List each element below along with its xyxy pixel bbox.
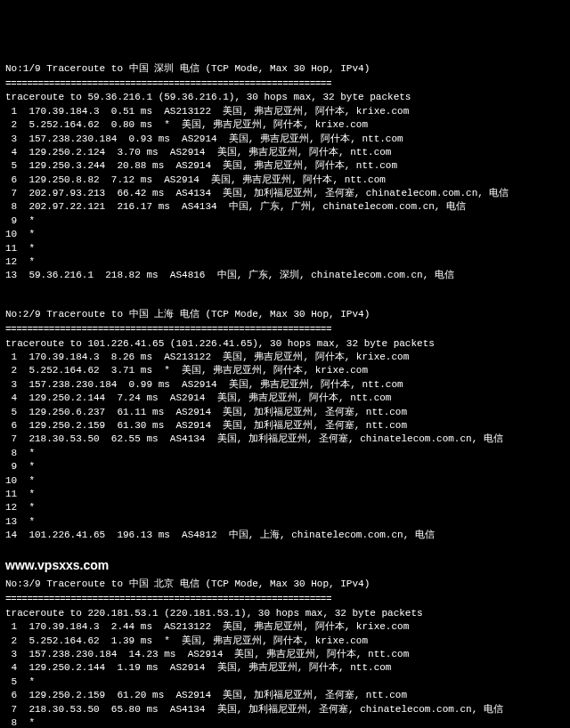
hop-row: 12 * [5,255,565,269]
traceroute-header: No:3/9 Traceroute to 中国 北京 电信 (TCP Mode,… [5,578,565,591]
hop-row: 1 170.39.184.3 8.26 ms AS213122 美国, 弗吉尼亚… [5,351,565,364]
hop-row: 1 170.39.184.3 2.44 ms AS213122 美国, 弗吉尼亚… [5,620,565,634]
hop-row: 10 * [5,474,565,488]
hop-row: 13 * [5,515,565,529]
hop-row: 10 * [5,228,565,241]
traceroute-header: No:1/9 Traceroute to 中国 深圳 电信 (TCP Mode,… [5,62,565,76]
hop-row: 8 202.97.22.121 216.17 ms AS4134 中国, 广东,… [5,200,565,214]
hop-row: 2 5.252.164.62 0.80 ms * 美国, 弗吉尼亚州, 阿什本,… [5,118,565,132]
divider-line: ========================================… [5,323,565,336]
hop-row: 14 101.226.41.65 196.13 ms AS4812 中国, 上海… [5,529,565,542]
hop-row: 8 * [5,716,565,728]
hop-row: 4 129.250.2.144 7.24 ms AS2914 美国, 弗吉尼亚州… [5,392,565,405]
hop-row: 6 129.250.2.159 61.30 ms AS2914 美国, 加利福尼… [5,419,565,433]
hop-row: 11 * [5,488,565,501]
divider-line: ========================================… [5,77,565,91]
hop-row: 9 * [5,214,565,228]
hop-row: 5 129.250.6.237 61.11 ms AS2914 美国, 加利福尼… [5,406,565,419]
traceroute-header: No:2/9 Traceroute to 中国 上海 电信 (TCP Mode,… [5,308,565,321]
hop-row: 6 129.250.2.159 61.20 ms AS2914 美国, 加利福尼… [5,689,565,702]
hop-row: 2 5.252.164.62 3.71 ms * 美国, 弗吉尼亚州, 阿什本,… [5,364,565,377]
hop-row: 3 157.238.230.184 14.23 ms AS2914 美国, 弗吉… [5,648,565,661]
hop-row: 5 129.250.3.244 20.88 ms AS2914 美国, 弗吉尼亚… [5,159,565,173]
hop-row: 7 218.30.53.50 62.55 ms AS4134 美国, 加利福尼亚… [5,433,565,446]
hop-row: 6 129.250.8.82 7.12 ms AS2914 美国, 弗吉尼亚州,… [5,174,565,187]
watermark-text: www.vpsxxs.com [5,557,565,575]
hop-row: 7 202.97.93.213 66.42 ms AS4134 美国, 加利福尼… [5,187,565,200]
section-gap [5,283,565,308]
hop-row: 1 170.39.184.3 0.51 ms AS213122 美国, 弗吉尼亚… [5,105,565,118]
hop-row: 13 59.36.216.1 218.82 ms AS4816 中国, 广东, … [5,269,565,282]
hop-row: 8 * [5,447,565,460]
divider-line: ========================================… [5,593,565,606]
hop-row: 3 157.238.230.184 0.93 ms AS2914 美国, 弗吉尼… [5,133,565,146]
traceroute-cmd: traceroute to 59.36.216.1 (59.36.216.1),… [5,91,565,104]
hop-row: 7 218.30.53.50 65.80 ms AS4134 美国, 加利福尼亚… [5,703,565,716]
hop-row: 3 157.238.230.184 0.99 ms AS2914 美国, 弗吉尼… [5,378,565,392]
hop-row: 4 129.250.2.144 1.19 ms AS2914 美国, 弗吉尼亚州… [5,661,565,675]
traceroute-cmd: traceroute to 101.226.41.65 (101.226.41.… [5,337,565,351]
hop-row: 12 * [5,501,565,514]
hop-row: 4 129.250.2.124 3.70 ms AS2914 美国, 弗吉尼亚州… [5,146,565,159]
hop-row: 9 * [5,460,565,473]
traceroute-cmd: traceroute to 220.181.53.1 (220.181.53.1… [5,607,565,620]
hop-row: 2 5.252.164.62 1.39 ms * 美国, 弗吉尼亚州, 阿什本,… [5,635,565,648]
section-gap [5,542,565,554]
hop-row: 5 * [5,675,565,689]
terminal-output: No:1/9 Traceroute to 中国 深圳 电信 (TCP Mode,… [5,62,565,728]
hop-row: 11 * [5,242,565,255]
